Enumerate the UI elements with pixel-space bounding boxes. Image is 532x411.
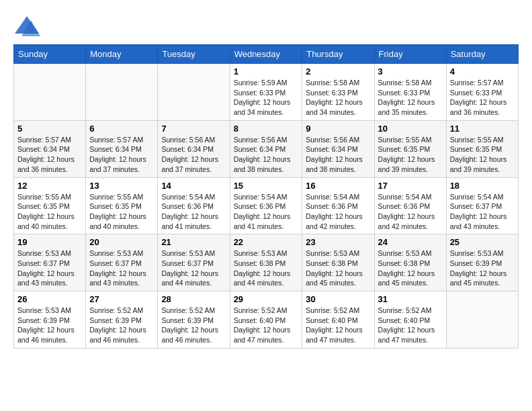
day-info: Sunrise: 5:56 AM Sunset: 6:34 PM Dayligh…: [306, 135, 370, 175]
day-number: 11: [450, 124, 515, 134]
day-info: Sunrise: 5:58 AM Sunset: 6:33 PM Dayligh…: [378, 78, 443, 118]
calendar-cell: [86, 64, 158, 121]
day-number: 6: [89, 124, 154, 134]
day-number: 5: [17, 124, 82, 134]
logo-icon: [13, 13, 40, 38]
day-number: 13: [89, 181, 154, 191]
calendar-cell: 10Sunrise: 5:55 AM Sunset: 6:35 PM Dayli…: [374, 120, 446, 177]
day-number: 16: [306, 181, 370, 191]
day-info: Sunrise: 5:53 AM Sunset: 6:37 PM Dayligh…: [161, 248, 226, 288]
day-info: Sunrise: 5:58 AM Sunset: 6:33 PM Dayligh…: [306, 78, 370, 118]
calendar-cell: 13Sunrise: 5:55 AM Sunset: 6:35 PM Dayli…: [86, 177, 158, 234]
calendar-cell: 17Sunrise: 5:54 AM Sunset: 6:36 PM Dayli…: [374, 177, 446, 234]
calendar-cell: 25Sunrise: 5:53 AM Sunset: 6:39 PM Dayli…: [446, 234, 518, 291]
calendar-cell: 8Sunrise: 5:56 AM Sunset: 6:34 PM Daylig…: [230, 120, 302, 177]
calendar-week-row: 1Sunrise: 5:59 AM Sunset: 6:33 PM Daylig…: [14, 64, 519, 121]
day-info: Sunrise: 5:57 AM Sunset: 6:33 PM Dayligh…: [450, 78, 515, 118]
day-info: Sunrise: 5:56 AM Sunset: 6:34 PM Dayligh…: [161, 135, 226, 175]
weekday-header-tuesday: Tuesday: [158, 45, 230, 64]
day-number: 26: [17, 294, 82, 304]
calendar-week-row: 19Sunrise: 5:53 AM Sunset: 6:37 PM Dayli…: [14, 234, 519, 291]
calendar-cell: 20Sunrise: 5:53 AM Sunset: 6:37 PM Dayli…: [86, 234, 158, 291]
calendar-week-row: 12Sunrise: 5:55 AM Sunset: 6:35 PM Dayli…: [14, 177, 519, 234]
day-info: Sunrise: 5:52 AM Sunset: 6:39 PM Dayligh…: [89, 306, 154, 345]
calendar-cell: 26Sunrise: 5:53 AM Sunset: 6:39 PM Dayli…: [14, 291, 86, 349]
day-info: Sunrise: 5:59 AM Sunset: 6:33 PM Dayligh…: [234, 78, 299, 118]
calendar-cell: 28Sunrise: 5:52 AM Sunset: 6:39 PM Dayli…: [158, 291, 230, 349]
day-info: Sunrise: 5:52 AM Sunset: 6:39 PM Dayligh…: [161, 306, 226, 345]
calendar-cell: [14, 64, 86, 121]
day-number: 25: [450, 237, 515, 247]
day-info: Sunrise: 5:54 AM Sunset: 6:36 PM Dayligh…: [234, 192, 299, 232]
calendar-cell: 12Sunrise: 5:55 AM Sunset: 6:35 PM Dayli…: [14, 177, 86, 234]
calendar-cell: 7Sunrise: 5:56 AM Sunset: 6:34 PM Daylig…: [158, 120, 230, 177]
day-number: 19: [17, 237, 82, 247]
calendar-cell: 15Sunrise: 5:54 AM Sunset: 6:36 PM Dayli…: [230, 177, 302, 234]
day-info: Sunrise: 5:55 AM Sunset: 6:35 PM Dayligh…: [450, 135, 515, 175]
calendar-week-row: 26Sunrise: 5:53 AM Sunset: 6:39 PM Dayli…: [14, 291, 519, 349]
day-info: Sunrise: 5:53 AM Sunset: 6:38 PM Dayligh…: [378, 248, 443, 288]
day-number: 24: [378, 237, 443, 247]
page-header: [13, 13, 519, 38]
calendar-week-row: 5Sunrise: 5:57 AM Sunset: 6:34 PM Daylig…: [14, 120, 519, 177]
day-number: 1: [234, 66, 299, 77]
calendar-cell: 29Sunrise: 5:52 AM Sunset: 6:40 PM Dayli…: [230, 291, 302, 349]
day-number: 17: [378, 181, 443, 191]
calendar-cell: 24Sunrise: 5:53 AM Sunset: 6:38 PM Dayli…: [374, 234, 446, 291]
day-number: 20: [89, 237, 154, 247]
day-number: 18: [450, 181, 515, 191]
calendar-cell: 14Sunrise: 5:54 AM Sunset: 6:36 PM Dayli…: [158, 177, 230, 234]
calendar-cell: 3Sunrise: 5:58 AM Sunset: 6:33 PM Daylig…: [374, 64, 446, 121]
day-number: 3: [378, 66, 443, 77]
day-info: Sunrise: 5:54 AM Sunset: 6:36 PM Dayligh…: [306, 192, 370, 232]
calendar-cell: 6Sunrise: 5:57 AM Sunset: 6:34 PM Daylig…: [86, 120, 158, 177]
calendar-cell: 27Sunrise: 5:52 AM Sunset: 6:39 PM Dayli…: [86, 291, 158, 349]
calendar-cell: 11Sunrise: 5:55 AM Sunset: 6:35 PM Dayli…: [446, 120, 518, 177]
day-number: 21: [161, 237, 226, 247]
calendar-cell: 23Sunrise: 5:53 AM Sunset: 6:38 PM Dayli…: [302, 234, 374, 291]
calendar-cell: 30Sunrise: 5:52 AM Sunset: 6:40 PM Dayli…: [302, 291, 374, 349]
day-number: 14: [161, 181, 226, 191]
day-number: 31: [378, 294, 443, 304]
day-info: Sunrise: 5:55 AM Sunset: 6:35 PM Dayligh…: [378, 135, 443, 175]
day-info: Sunrise: 5:54 AM Sunset: 6:36 PM Dayligh…: [378, 192, 443, 232]
calendar-cell: 31Sunrise: 5:52 AM Sunset: 6:40 PM Dayli…: [374, 291, 446, 349]
calendar-cell: 9Sunrise: 5:56 AM Sunset: 6:34 PM Daylig…: [302, 120, 374, 177]
calendar-cell: 1Sunrise: 5:59 AM Sunset: 6:33 PM Daylig…: [230, 64, 302, 121]
day-number: 28: [161, 294, 226, 304]
day-number: 4: [450, 66, 515, 77]
day-number: 29: [234, 294, 299, 304]
calendar-cell: [446, 291, 518, 349]
calendar-cell: 5Sunrise: 5:57 AM Sunset: 6:34 PM Daylig…: [14, 120, 86, 177]
day-info: Sunrise: 5:55 AM Sunset: 6:35 PM Dayligh…: [89, 192, 154, 232]
day-info: Sunrise: 5:53 AM Sunset: 6:38 PM Dayligh…: [234, 248, 299, 288]
calendar-cell: 21Sunrise: 5:53 AM Sunset: 6:37 PM Dayli…: [158, 234, 230, 291]
day-number: 22: [234, 237, 299, 247]
day-number: 10: [378, 124, 443, 134]
weekday-header-sunday: Sunday: [14, 45, 86, 64]
weekday-header-monday: Monday: [86, 45, 158, 64]
day-info: Sunrise: 5:53 AM Sunset: 6:38 PM Dayligh…: [306, 248, 370, 288]
weekday-header-wednesday: Wednesday: [230, 45, 302, 64]
weekday-header-saturday: Saturday: [446, 45, 518, 64]
day-number: 9: [306, 124, 370, 134]
day-number: 2: [306, 66, 370, 77]
day-number: 27: [89, 294, 154, 304]
day-number: 30: [306, 294, 370, 304]
day-info: Sunrise: 5:52 AM Sunset: 6:40 PM Dayligh…: [306, 306, 370, 345]
day-info: Sunrise: 5:52 AM Sunset: 6:40 PM Dayligh…: [234, 306, 299, 345]
day-number: 12: [17, 181, 82, 191]
logo: [13, 13, 43, 38]
calendar-cell: [158, 64, 230, 121]
day-info: Sunrise: 5:57 AM Sunset: 6:34 PM Dayligh…: [89, 135, 154, 175]
calendar-cell: 18Sunrise: 5:54 AM Sunset: 6:37 PM Dayli…: [446, 177, 518, 234]
day-number: 23: [306, 237, 370, 247]
day-info: Sunrise: 5:53 AM Sunset: 6:37 PM Dayligh…: [89, 248, 154, 288]
day-info: Sunrise: 5:54 AM Sunset: 6:37 PM Dayligh…: [450, 192, 515, 232]
calendar-header-row: SundayMondayTuesdayWednesdayThursdayFrid…: [14, 45, 519, 64]
day-info: Sunrise: 5:57 AM Sunset: 6:34 PM Dayligh…: [17, 135, 82, 175]
calendar-cell: 19Sunrise: 5:53 AM Sunset: 6:37 PM Dayli…: [14, 234, 86, 291]
day-info: Sunrise: 5:54 AM Sunset: 6:36 PM Dayligh…: [161, 192, 226, 232]
day-info: Sunrise: 5:53 AM Sunset: 6:39 PM Dayligh…: [17, 306, 82, 345]
calendar-cell: 22Sunrise: 5:53 AM Sunset: 6:38 PM Dayli…: [230, 234, 302, 291]
